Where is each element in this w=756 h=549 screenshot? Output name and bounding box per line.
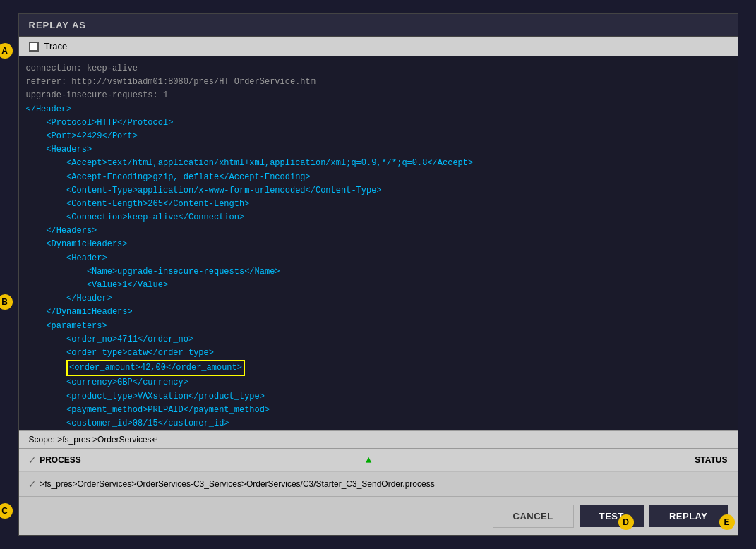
xml-line: <Value>1</Value> [26, 279, 731, 292]
xml-line: <Headers> [26, 143, 731, 157]
xml-scroll-pane[interactable]: connection: keep-alive referer: http://v… [19, 56, 738, 430]
xml-line: <order_no>4711</order_no> [26, 333, 731, 346]
process-header-label: PROCESS [40, 455, 363, 465]
cancel-button[interactable]: CANCEL [493, 505, 574, 528]
replay-as-dialog: REPLAY AS Trace connection: keep-alive r… [18, 13, 738, 536]
xml-line: </Header> [26, 292, 731, 306]
xml-line: <Protocol>HTTP</Protocol> [26, 116, 731, 130]
xml-line: <Accept-Encoding>gzip, deflate</Accept-E… [26, 171, 731, 184]
xml-line: <Port>42429</Port> [26, 130, 731, 143]
process-header: ✓ PROCESS ▲ STATUS [19, 449, 738, 472]
xml-line: </Header> [26, 103, 731, 116]
xml-line: <Name>upgrade-insecure-requests</Name> [26, 265, 731, 279]
xml-line: upgrade-insecure-requests: 1 [26, 89, 731, 102]
status-label: STATUS [695, 455, 727, 465]
test-button[interactable]: TEST [580, 505, 644, 527]
xml-line: <currency>GBP</currency> [26, 376, 731, 390]
xml-line: <Content-Type>application/x-www-form-url… [26, 184, 731, 198]
order-amount-highlight: <order_amount>42,00</order_amount> [66, 360, 245, 376]
xml-line: <customer_id>08/15</customer_id> [26, 417, 731, 430]
annotation-b: B [0, 294, 13, 310]
green-up-arrow-icon: ▲ [366, 454, 371, 466]
xml-line: <order_type>catw</order_type> [26, 346, 731, 360]
process-row[interactable]: ✓ >fs_pres>OrderServices>OrderServices-C… [19, 472, 738, 497]
dialog-title: REPLAY AS [19, 14, 738, 37]
xml-line: </DynamicHeaders> [26, 306, 731, 319]
xml-line: <Connection>keep-alive</Connection> [26, 211, 731, 224]
annotation-a: A [0, 43, 13, 59]
replay-button[interactable]: REPLAY [649, 505, 728, 527]
xml-line: </Headers> [26, 224, 731, 238]
trace-row: Trace [19, 37, 738, 56]
annotation-e: E [719, 514, 735, 530]
xml-line: <Header> [26, 252, 731, 265]
xml-content-area: connection: keep-alive referer: http://v… [19, 56, 738, 430]
xml-line: <Content-Length>265</Content-Length> [26, 198, 731, 211]
check-icon: ✓ [29, 453, 36, 467]
xml-line: connection: keep-alive [26, 62, 731, 76]
row-check-icon: ✓ [29, 477, 36, 491]
xml-line-highlighted: <order_amount>42,00</order_amount> [26, 360, 731, 376]
xml-line: <parameters> [26, 320, 731, 333]
scope-bar: Scope: >fs_pres >OrderServices↵ [19, 430, 738, 449]
annotation-d: D [618, 514, 634, 530]
annotation-c: C [0, 503, 13, 519]
xml-line: referer: http://vswtibadm01:8080/pres/HT… [26, 76, 731, 89]
trace-checkbox[interactable] [29, 42, 39, 52]
trace-label: Trace [44, 41, 68, 52]
xml-line: <Accept>text/html,application/xhtml+xml,… [26, 157, 731, 170]
process-path: >fs_pres>OrderServices>OrderServices-C3_… [40, 479, 727, 489]
xml-line: <product_type>VAXstation</product_type> [26, 390, 731, 404]
xml-line: <payment_method>PREPAID</payment_method> [26, 404, 731, 417]
xml-line: <DynamicHeaders> [26, 238, 731, 251]
